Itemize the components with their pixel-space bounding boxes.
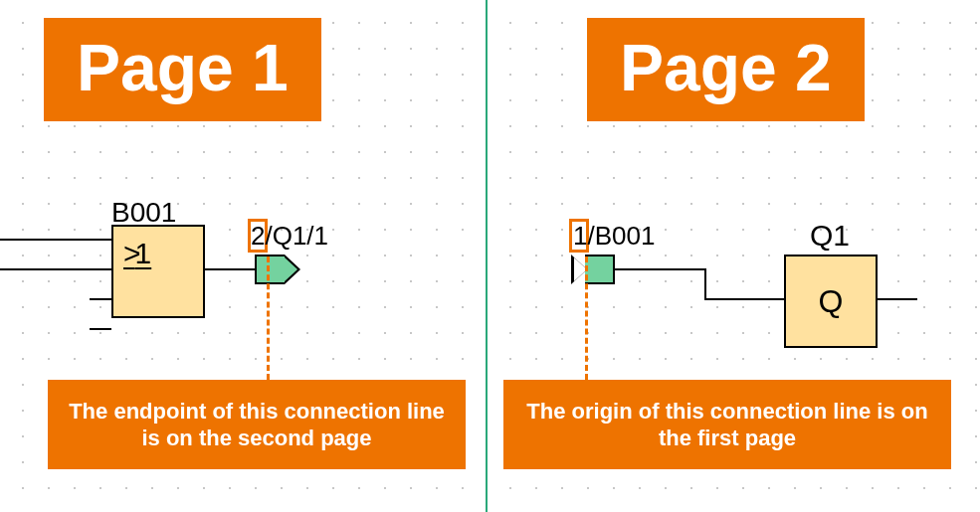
block-q1-label: Q1 — [810, 219, 850, 253]
wire-bend-to-q — [704, 298, 784, 300]
cross-page-connector-out[interactable] — [255, 255, 298, 284]
wire-input-3-stub — [90, 298, 111, 300]
wire-input-2 — [0, 268, 111, 270]
wire-b001-to-connector — [205, 268, 255, 270]
block-b001[interactable]: >1 — [111, 225, 205, 318]
wire-input-4-stub — [90, 328, 111, 330]
page-2-title-badge: Page 2 — [587, 18, 865, 121]
output-symbol: Q — [819, 283, 844, 320]
block-q1[interactable]: Q — [784, 255, 878, 348]
wire-q-output — [878, 298, 917, 300]
page-divider — [486, 0, 488, 512]
callout-page1: The endpoint of this connection line is … — [48, 380, 466, 469]
connector-in-label: 1/B001 — [573, 221, 655, 252]
wire-connector-to-bend — [615, 268, 706, 270]
wire-input-1 — [0, 239, 111, 241]
connector-out-label: 2/Q1/1 — [251, 221, 328, 252]
callout-page2: The origin of this connection line is on… — [503, 380, 951, 469]
leader-line-page1 — [267, 256, 270, 380]
leader-line-page2 — [585, 256, 588, 380]
cross-page-connector-in[interactable] — [571, 255, 615, 284]
wire-bend-vertical — [704, 268, 706, 300]
page-1-title-badge: Page 1 — [44, 18, 321, 121]
or-gate-symbol: >1 — [123, 237, 151, 270]
